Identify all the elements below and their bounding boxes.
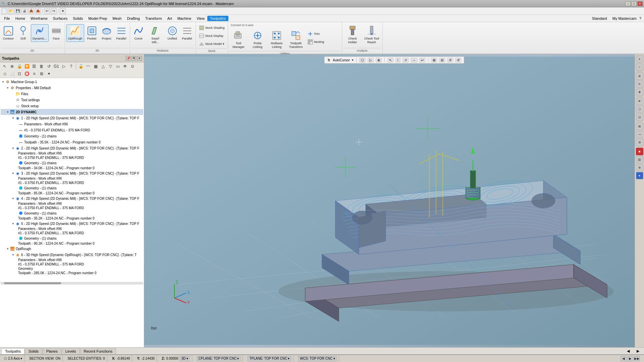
ac-btn10[interactable]: ⊟ [439, 58, 445, 63]
rt-rotate[interactable]: ↻ [636, 80, 643, 88]
ptool-regen[interactable]: ↺ [46, 63, 52, 70]
ac-btn12[interactable]: ↺ [455, 58, 461, 63]
nav-prev[interactable]: ◀ [621, 356, 627, 361]
contour-btn[interactable]: Contour [1, 24, 15, 42]
ac-btn5[interactable]: ↑ [395, 58, 400, 63]
tree-tool-settings[interactable]: ▶ ⚙ Tool settings [1, 97, 143, 103]
rt-fit[interactable]: ⊕ [636, 72, 643, 80]
tab-solids[interactable]: Solids [25, 348, 42, 354]
unified-btn[interactable]: Unified [165, 24, 179, 42]
menu-home[interactable]: Home [13, 16, 28, 21]
autocursor-arrow[interactable]: ▾ [352, 58, 354, 62]
z-mode-dropdown[interactable]: 3D ▾ [180, 356, 190, 361]
menu-transform[interactable]: Transform [143, 16, 165, 21]
face-btn[interactable]: Face [49, 24, 63, 42]
ptool-eye[interactable]: 👁 [122, 63, 128, 70]
rt-ortho[interactable]: ⊡ [636, 114, 643, 121]
panel-pin-btn[interactable]: 📌 [126, 56, 130, 61]
undo-btn[interactable]: ↩ [44, 8, 50, 14]
wcs-dropdown[interactable]: WCS: TOP FOR CNC ▾ [298, 356, 336, 361]
menu-view[interactable]: View [194, 16, 207, 21]
rt-pan[interactable]: ✥ [636, 88, 643, 96]
rt-zoom-in[interactable]: + [636, 55, 643, 63]
tree-tp6-tool[interactable]: #1 - 0.3750 FLAT ENDMILL - 375 MA FORD [1, 262, 143, 266]
tree-files[interactable]: ▶ 📁 Files [1, 91, 143, 97]
menu-surfaces[interactable]: Surfaces [50, 16, 70, 21]
viewport[interactable]: 🖱 AutoCursor ▾ ⬡ ▷ ⊕ ↖ ↑ ↗ → ↩ ⊞ ⊟ ↺ ↺ [144, 54, 644, 347]
ptool-pick[interactable]: ⊕ [9, 63, 15, 70]
rt-view[interactable]: 👁 [636, 98, 643, 105]
ac-btn3[interactable]: ⊕ [376, 58, 382, 63]
tab-recent-functions[interactable]: Recent Functions [80, 348, 116, 354]
toolpath-transform-btn[interactable]: Toolpath Transform [287, 29, 305, 50]
ptool-box2[interactable]: ⬜ [9, 70, 15, 77]
tree-optirough-group[interactable]: ▼ OPT OptRough [1, 246, 143, 252]
maximize-btn[interactable]: □ [631, 1, 637, 6]
ptool-filter[interactable]: 🔽 [23, 63, 30, 70]
ac-btn7[interactable]: → [411, 58, 417, 63]
status-wcs[interactable]: WCS: TOP FOR CNC ▾ [296, 355, 339, 362]
ptool-list[interactable]: ≡ [31, 70, 38, 77]
tree-tp1-tool[interactable]: — #1 - 0.3750 FLAT ENDMILL - 375 MA FORD [1, 127, 143, 133]
menu-drafting[interactable]: Drafting [124, 16, 143, 21]
menu-wireframe[interactable]: Wireframe [28, 16, 50, 21]
tab-toolpaths[interactable]: Toolpaths [1, 348, 24, 354]
tree-tp6-params[interactable]: Parameters - Work offset #96 [1, 258, 143, 262]
import-btn[interactable]: 📥 [28, 8, 34, 14]
tree-tp4-path[interactable]: Toolpath - 35.2K - 1224-24.NC - Program … [1, 216, 143, 221]
parallel-btn[interactable]: Parallel [114, 24, 128, 42]
ac-btn1[interactable]: ⬡ [359, 58, 366, 63]
tree-tp5-geom[interactable]: Geometry - (1) chains [1, 235, 143, 241]
nav-play[interactable]: ▶ [627, 356, 633, 361]
menu-machine[interactable]: Machine [175, 16, 194, 21]
ptool-lock[interactable]: 🔒 [16, 63, 23, 70]
menu-art[interactable]: Art [165, 16, 175, 21]
tree-tp1-path[interactable]: — Toolpath - 35.5K - 1224-24.NC - Progra… [1, 139, 143, 145]
ptool-grid[interactable]: ▦ [92, 63, 99, 70]
ac-btn9[interactable]: ⊞ [431, 58, 437, 63]
ac-btn4[interactable]: ↖ [387, 58, 393, 63]
tree-tp5-params[interactable]: Parameters - Work offset #96 [1, 227, 143, 231]
open-btn[interactable]: 📂 [8, 8, 14, 14]
tree-props[interactable]: ▼ ⚙ Properties - Mill Default [1, 85, 143, 91]
project-btn[interactable]: Project [100, 24, 114, 42]
tree-tp3-geom[interactable]: Geometry - (1) chains [1, 185, 143, 191]
tree-2d-dynamic[interactable]: ▼ 2D 2D DYNAMIC [1, 109, 143, 115]
ptool-verify[interactable]: ▷ [60, 63, 67, 70]
ptool-target[interactable]: ⊙ [129, 63, 136, 70]
new-btn[interactable]: 📄 [1, 8, 7, 14]
ptool-star[interactable]: ✦ [46, 70, 52, 77]
check-tool-reach-btn[interactable]: Check Tool Reach [363, 24, 381, 46]
ac-btn8[interactable]: ↩ [419, 58, 425, 63]
redo-btn[interactable]: ↪ [51, 8, 57, 14]
tree-tp1[interactable]: ▼ ◉ 1 - 2D High Speed (2D Dynamic Mill) … [1, 115, 143, 121]
menu-file[interactable]: File [1, 16, 13, 21]
tree-machine-group[interactable]: ▼ ⚙ Machine Group-1 [1, 79, 143, 85]
tree-tp1-params[interactable]: — Parameters - Work offset #96 [1, 121, 143, 127]
rt-config[interactable]: ⚙ [636, 139, 643, 146]
ptool-rect[interactable]: ▭ [114, 63, 121, 70]
ac-btn11[interactable]: ↺ [447, 58, 453, 63]
dynamic-mill-btn[interactable]: Dynamic... [31, 24, 49, 42]
ptool-wave[interactable]: 〰 [85, 63, 92, 70]
ptool-g1[interactable]: G1 [53, 63, 60, 70]
rt-persp[interactable]: ⬡ [636, 106, 643, 113]
parallel2-btn[interactable]: Parallel [180, 24, 194, 42]
ptool-circ[interactable]: ⭕ [23, 70, 30, 77]
tree-tp5-tool[interactable]: #1 - 0.3750 FLAT ENDMILL - 375 MA FORD [1, 231, 143, 235]
tree-tp2-tool[interactable]: #1 - 0.3750 FLAT ENDMILL - 375 MA FORD [1, 156, 143, 160]
ptool-grid2[interactable]: ⊞ [38, 70, 45, 77]
ptool-select[interactable]: ↖ [1, 63, 8, 70]
tree-tp3-path[interactable]: Toolpath - 85.0K - 1224-24.NC - Program … [1, 191, 143, 195]
status-tplane[interactable]: TPLANE: TOP FOR CNC ▾ [246, 355, 293, 362]
tree-tp4[interactable]: ▼ ◉ 4 - 2D High Speed (2D Dynamic Mill) … [1, 195, 143, 201]
menu-solids[interactable]: Solids [70, 16, 86, 21]
ptool-tri[interactable]: △ [100, 63, 106, 70]
tree-tp6[interactable]: ▼ ◉ 6 - 3D High Speed (Dynamic OptRough)… [1, 252, 143, 258]
pocket-btn[interactable]: Pocket [85, 24, 99, 42]
swarf-mill-btn[interactable]: Swarf Mill... [146, 24, 165, 46]
rt-zoom-out[interactable]: − [636, 63, 643, 71]
tree-tp6-geom[interactable]: Geometry [1, 266, 143, 271]
tree-tp3-params[interactable]: Parameters - Work offset #96 [1, 176, 143, 181]
tree-tp5[interactable]: ▼ ◉ 5 - 2D High Speed (2D Dynamic Mill) … [1, 221, 143, 227]
